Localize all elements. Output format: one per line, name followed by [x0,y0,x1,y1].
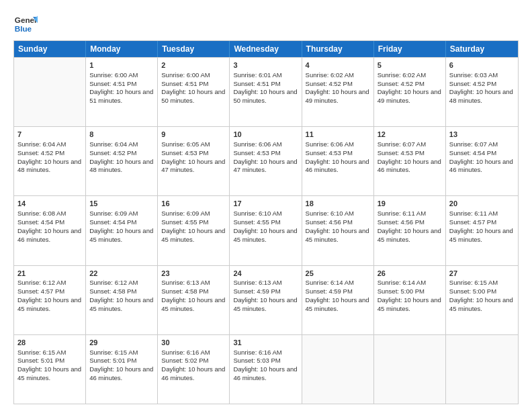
day-number: 25 [306,269,370,279]
header-day-thursday: Thursday [302,41,374,57]
day-number: 8 [89,130,154,140]
sunrise: Sunrise: 6:11 AM [378,210,426,217]
sunrise: Sunrise: 6:02 AM [306,71,354,79]
sunset: Sunset: 5:01 PM [89,357,136,364]
daylight: Daylight: 10 hours and 46 minutes. [161,365,225,381]
sunrise: Sunrise: 6:13 AM [161,279,210,286]
day-cell-15: 15Sunrise: 6:09 AMSunset: 4:54 PMDayligh… [86,196,158,265]
day-number: 15 [89,199,154,209]
header-day-saturday: Saturday [446,41,518,57]
day-cell-20: 20Sunrise: 6:11 AMSunset: 4:57 PMDayligh… [446,196,518,265]
day-cell-31: 31Sunrise: 6:16 AMSunset: 5:03 PMDayligh… [230,335,302,404]
day-cell-21: 21Sunrise: 6:12 AMSunset: 4:57 PMDayligh… [14,266,86,334]
sunset: Sunset: 4:51 PM [89,80,136,87]
day-cell-8: 8Sunrise: 6:04 AMSunset: 4:52 PMDaylight… [86,127,158,195]
empty-cell [14,58,86,126]
day-cell-30: 30Sunrise: 6:16 AMSunset: 5:02 PMDayligh… [158,335,230,404]
daylight: Daylight: 10 hours and 48 minutes. [89,158,153,174]
sunrise: Sunrise: 6:08 AM [17,210,66,217]
sunrise: Sunrise: 6:14 AM [306,279,354,286]
daylight: Daylight: 10 hours and 46 minutes. [449,158,513,174]
daylight: Daylight: 10 hours and 45 minutes. [161,227,225,243]
day-cell-10: 10Sunrise: 6:06 AMSunset: 4:53 PMDayligh… [230,127,302,195]
daylight: Daylight: 10 hours and 45 minutes. [89,227,153,243]
day-cell-7: 7Sunrise: 6:04 AMSunset: 4:52 PMDaylight… [14,127,86,195]
sunset: Sunset: 4:57 PM [449,218,496,226]
sunrise: Sunrise: 6:04 AM [17,140,66,148]
day-cell-9: 9Sunrise: 6:05 AMSunset: 4:53 PMDaylight… [158,127,230,195]
sunrise: Sunrise: 6:09 AM [161,210,210,217]
calendar-row-3: 14Sunrise: 6:08 AMSunset: 4:54 PMDayligh… [14,195,518,265]
daylight: Daylight: 10 hours and 46 minutes. [17,227,81,243]
sunset: Sunset: 4:52 PM [306,80,353,87]
daylight: Daylight: 10 hours and 45 minutes. [449,227,513,243]
sunrise: Sunrise: 6:03 AM [449,71,498,79]
day-number: 3 [233,60,298,71]
sunset: Sunset: 4:52 PM [17,149,64,156]
sunset: Sunset: 4:56 PM [306,218,353,226]
daylight: Daylight: 10 hours and 45 minutes. [378,296,441,312]
sunset: Sunset: 4:56 PM [378,218,425,226]
day-cell-27: 27Sunrise: 6:15 AMSunset: 5:00 PMDayligh… [446,266,518,334]
day-cell-18: 18Sunrise: 6:10 AMSunset: 4:56 PMDayligh… [302,196,374,265]
calendar-row-5: 28Sunrise: 6:15 AMSunset: 5:01 PMDayligh… [14,334,518,404]
sunrise: Sunrise: 6:05 AM [161,140,210,148]
sunrise: Sunrise: 6:10 AM [233,210,281,217]
calendar-row-1: 1Sunrise: 6:00 AMSunset: 4:51 PMDaylight… [14,57,518,126]
day-cell-3: 3Sunrise: 6:01 AMSunset: 4:51 PMDaylight… [230,58,302,126]
sunrise: Sunrise: 6:16 AM [233,349,281,356]
sunrise: Sunrise: 6:06 AM [233,140,281,148]
daylight: Daylight: 10 hours and 46 minutes. [233,365,297,381]
empty-cell [446,335,518,404]
sunrise: Sunrise: 6:15 AM [17,349,66,356]
empty-cell [302,335,374,404]
header-day-sunday: Sunday [14,41,86,57]
sunset: Sunset: 4:52 PM [378,80,425,87]
sunrise: Sunrise: 6:11 AM [449,210,498,217]
day-cell-28: 28Sunrise: 6:15 AMSunset: 5:01 PMDayligh… [14,335,86,404]
calendar-body: 1Sunrise: 6:00 AMSunset: 4:51 PMDaylight… [14,57,518,404]
sunrise: Sunrise: 6:14 AM [378,279,426,286]
daylight: Daylight: 10 hours and 49 minutes. [306,88,369,104]
sunrise: Sunrise: 6:10 AM [306,210,354,217]
daylight: Daylight: 10 hours and 45 minutes. [378,227,441,243]
sunset: Sunset: 5:01 PM [17,357,64,364]
day-cell-22: 22Sunrise: 6:12 AMSunset: 4:58 PMDayligh… [86,266,158,334]
sunset: Sunset: 5:00 PM [378,287,425,295]
day-cell-5: 5Sunrise: 6:02 AMSunset: 4:52 PMDaylight… [374,58,446,126]
sunset: Sunset: 4:53 PM [378,149,425,156]
day-cell-14: 14Sunrise: 6:08 AMSunset: 4:54 PMDayligh… [14,196,86,265]
header-day-tuesday: Tuesday [158,41,230,57]
day-cell-25: 25Sunrise: 6:14 AMSunset: 4:59 PMDayligh… [302,266,374,334]
daylight: Daylight: 10 hours and 46 minutes. [378,158,441,174]
logo-icon: General Blue [13,12,38,36]
sunset: Sunset: 4:59 PM [233,287,280,295]
day-cell-1: 1Sunrise: 6:00 AMSunset: 4:51 PMDaylight… [86,58,158,126]
empty-cell [374,335,446,404]
daylight: Daylight: 10 hours and 45 minutes. [161,296,225,312]
sunrise: Sunrise: 6:01 AM [233,71,281,79]
daylight: Daylight: 10 hours and 46 minutes. [89,365,153,381]
day-number: 21 [17,269,82,279]
day-cell-16: 16Sunrise: 6:09 AMSunset: 4:55 PMDayligh… [158,196,230,265]
page: General Blue SundayMondayTuesdayWednesda… [0,0,532,411]
day-number: 1 [89,60,154,71]
daylight: Daylight: 10 hours and 45 minutes. [233,227,297,243]
day-cell-19: 19Sunrise: 6:11 AMSunset: 4:56 PMDayligh… [374,196,446,265]
daylight: Daylight: 10 hours and 47 minutes. [233,158,297,174]
sunrise: Sunrise: 6:16 AM [161,349,210,356]
day-number: 19 [378,199,442,209]
day-number: 29 [89,338,154,348]
day-number: 20 [449,199,515,209]
sunset: Sunset: 4:59 PM [306,287,353,295]
day-number: 14 [17,199,82,209]
sunset: Sunset: 4:54 PM [17,218,64,226]
calendar-header: SundayMondayTuesdayWednesdayThursdayFrid… [14,41,518,57]
sunset: Sunset: 4:51 PM [161,80,208,87]
sunrise: Sunrise: 6:09 AM [89,210,138,217]
sunset: Sunset: 5:03 PM [233,357,280,364]
day-cell-24: 24Sunrise: 6:13 AMSunset: 4:59 PMDayligh… [230,266,302,334]
day-number: 22 [89,269,154,279]
calendar-row-4: 21Sunrise: 6:12 AMSunset: 4:57 PMDayligh… [14,265,518,334]
sunset: Sunset: 4:53 PM [233,149,280,156]
